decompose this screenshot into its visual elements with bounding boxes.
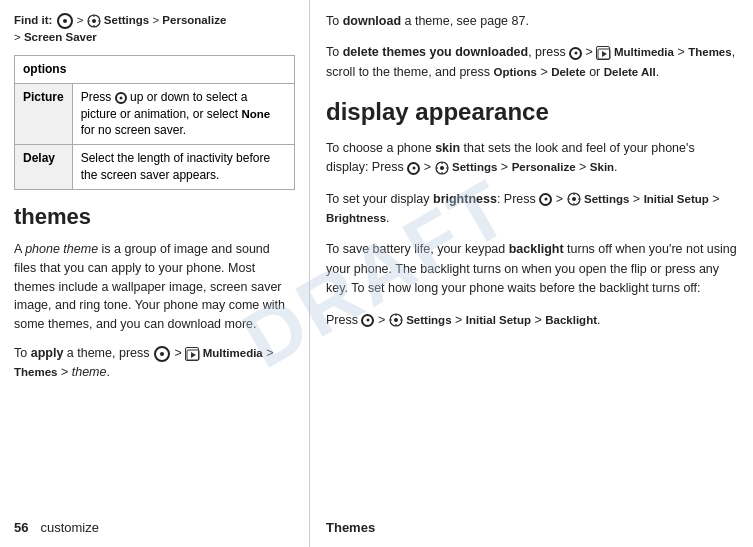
multimedia-icon-left: [185, 347, 199, 361]
backlight-para: To save battery life, your keypad backli…: [326, 240, 737, 298]
settings-icon-backlight: [389, 313, 403, 327]
brightness-para: To set your display brightness: Press > …: [326, 190, 737, 229]
nav-arrow-3: >: [14, 31, 24, 43]
themes-label-apply: Themes: [14, 366, 57, 378]
skin-personalize: Personalize: [512, 161, 576, 173]
brightness-settings: Settings: [584, 193, 629, 205]
delete-para: To delete themes you downloaded, press >…: [326, 43, 737, 82]
nav-circle-icon-4: [407, 162, 420, 175]
settings-icon-brightness: [567, 192, 581, 206]
backlight-press-line: Press > Settings > Initial Setup > Backl…: [326, 311, 737, 330]
svg-point-11: [440, 166, 444, 170]
theme-var: theme: [72, 365, 107, 379]
themes-footer-right: Themes: [326, 520, 737, 535]
brightness-initial: Initial Setup: [644, 193, 709, 205]
svg-marker-9: [602, 51, 607, 57]
download-para: To download a theme, see page 87.: [326, 12, 737, 31]
svg-point-1: [92, 19, 96, 23]
delay-label: Delay: [15, 145, 73, 190]
settings-icon-left: [87, 14, 101, 28]
skin-para: To choose a phone skin that sets the loo…: [326, 139, 737, 178]
brightness-label: Brightness: [326, 212, 386, 224]
page-number: 56: [14, 520, 28, 535]
download-bold: download: [343, 14, 401, 28]
nav-circle-icon-1: [57, 13, 73, 29]
delete-multimedia: Multimedia: [614, 46, 674, 58]
backlight-bold: backlight: [509, 242, 564, 256]
svg-point-23: [394, 318, 398, 322]
delete-all-label: Delete All: [604, 66, 656, 78]
find-it-path: Find it: > Settings > Personalize > Scre…: [14, 12, 295, 45]
settings-icon-skin: [435, 161, 449, 175]
delay-description: Select the length of inactivity before t…: [72, 145, 294, 190]
table-row-picture: Picture Press up or down to select a pic…: [15, 83, 295, 144]
svg-marker-7: [191, 352, 196, 358]
svg-point-17: [572, 197, 576, 201]
display-appearance-heading: display appearance: [326, 98, 737, 127]
delete-label: Delete: [551, 66, 586, 78]
picture-label: Picture: [15, 83, 73, 144]
right-column: To download a theme, see page 87. To del…: [310, 0, 753, 547]
brightness-bold: brightness: [433, 192, 497, 206]
nav-circle-icon-6: [361, 314, 374, 327]
themes-section-title: themes: [14, 204, 295, 230]
left-column: Find it: > Settings > Personalize > Scre…: [0, 0, 310, 547]
options-table: options Picture Press up or down to sele…: [14, 55, 295, 190]
find-it-label: Find it:: [14, 14, 52, 26]
nav-circle-icon-5: [539, 193, 552, 206]
table-row-delay: Delay Select the length of inactivity be…: [15, 145, 295, 190]
themes-footer-label: Themes: [326, 520, 375, 535]
delete-themes: Themes: [688, 46, 731, 58]
picture-description: Press up or down to select a picture or …: [72, 83, 294, 144]
backlight-initial: Initial Setup: [466, 314, 531, 326]
skin-skin: Skin: [590, 161, 614, 173]
page-footer: 56 customize: [14, 520, 295, 535]
nav-arrow-2: >: [152, 14, 162, 26]
delete-bold: delete themes you downloaded: [343, 45, 528, 59]
page-label: customize: [40, 520, 99, 535]
options-label: Options: [493, 66, 536, 78]
personalize-label: Personalize: [162, 14, 226, 26]
apply-bold: apply: [31, 346, 64, 360]
backlight-settings: Settings: [406, 314, 451, 326]
multimedia-label: Multimedia: [203, 347, 263, 359]
options-header: options: [15, 56, 295, 84]
multimedia-icon-right: [596, 46, 610, 60]
settings-label: Settings: [104, 14, 149, 26]
skin-bold: skin: [435, 141, 460, 155]
nav-arrow-1: >: [77, 14, 87, 26]
screen-saver-label: Screen Saver: [24, 31, 97, 43]
themes-body-text: A phone theme is a group of image and so…: [14, 240, 295, 334]
backlight-label: Backlight: [545, 314, 597, 326]
skin-settings: Settings: [452, 161, 497, 173]
nav-circle-icon-2: [154, 346, 170, 362]
nav-circle-icon-3: [569, 47, 582, 60]
apply-theme-text: To apply a theme, press > Multimedia > T…: [14, 344, 295, 383]
